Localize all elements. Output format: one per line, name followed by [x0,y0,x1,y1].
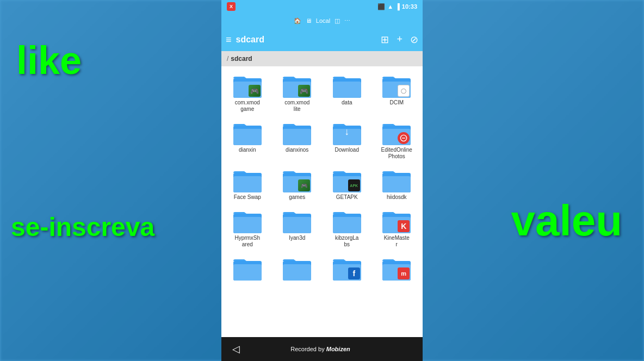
nav-icon1: ◫ [335,17,340,24]
recorded-label: Recorded by Mobizen [290,346,350,352]
svg-rect-37 [382,176,411,192]
file-item[interactable]: HyprmxSh ared [224,206,271,251]
status-bar-left: X [227,2,236,11]
time-display: 10:33 [402,3,417,10]
svg-rect-46 [333,217,361,233]
bottom-bar: ◁ Recorded by Mobizen [221,337,423,361]
nav-icon2: ⋯ [344,17,350,24]
svg-rect-40 [233,217,262,233]
file-label: KineMaste r [384,235,410,248]
file-label: kibzorgLa bs [335,235,358,248]
file-item[interactable] [224,253,271,285]
toolbar: ≡ sdcard ⊞ + ⊘ [221,28,423,51]
file-grid: 🎮com.xmod game 🎮com.xmod lite data ◯DCIM… [221,66,423,337]
file-item[interactable]: 🎮com.xmod lite [274,71,321,116]
file-label: com.xmod lite [284,99,309,113]
back-button[interactable]: ◁ [232,343,240,355]
status-bar: X ⬛ ▲ ▐ 10:33 [221,0,423,13]
svg-rect-52 [233,264,262,281]
file-item[interactable]: EditedOnline Photos [373,118,421,163]
nav-local-label: Local [316,17,330,24]
local-icon: 🖥 [306,17,312,24]
file-item[interactable]: 🎮com.xmod game [224,71,271,116]
menu-icon[interactable]: ≡ [226,34,232,46]
file-label: Download [335,147,359,153]
file-item[interactable]: APKGETAPK [323,165,371,204]
file-item[interactable]: Iyan3d [274,206,321,251]
file-label: Face Swap [234,194,261,201]
file-label: Iyan3d [289,235,305,241]
file-item[interactable]: f [323,253,371,285]
toolbar-actions: ⊞ + ⊘ [381,34,418,46]
file-item[interactable]: dianxinos [274,118,321,163]
file-label: games [289,194,305,201]
file-item[interactable]: data [323,71,371,116]
file-item[interactable]: 🎮games [274,165,321,204]
file-item[interactable]: Face Swap [224,165,271,204]
wifi-icon: ▲ [387,3,393,10]
home-icon: 🏠 [294,17,301,24]
file-item[interactable]: KKineMaste r [373,206,421,251]
file-item[interactable]: ◯DCIM [373,71,421,116]
breadcrumb-sep: / [227,55,228,63]
file-label: dianxin [239,147,256,153]
file-label: DCIM [389,99,404,106]
file-label: GETAPK [336,194,358,201]
background-right [418,0,644,361]
svg-rect-28 [233,176,262,192]
file-item[interactable]: m [373,253,421,285]
file-label: data [342,99,352,106]
toolbar-title: sdcard [236,35,377,45]
app-icon: X [227,2,236,11]
phone-frame: X ⬛ ▲ ▐ 10:33 🏠 🖥 Local ◫ ⋯ ≡ sdcard ⊞ +… [221,0,423,361]
file-item[interactable]: dianxin [224,118,271,163]
file-item[interactable]: ↓Download [323,118,371,163]
svg-rect-55 [283,264,311,281]
cast-icon: ⬛ [377,3,385,10]
battery-icon: ▐ [395,3,400,10]
breadcrumb: / sdcard [221,51,423,66]
svg-rect-8 [333,82,361,98]
grid-icon[interactable]: ⊞ [381,34,389,46]
file-item[interactable]: hiidosdk [373,165,421,204]
svg-rect-14 [233,129,262,145]
file-label: dianxinos [286,147,308,153]
file-label: com.xmod game [235,99,260,113]
svg-rect-43 [283,217,311,233]
overlay-like: like [16,38,82,83]
overlay-se-inscreva: se-inscreva [11,212,154,242]
breadcrumb-current: sdcard [231,55,252,63]
block-icon[interactable]: ⊘ [410,34,418,46]
file-item[interactable] [274,253,321,285]
status-bar-right: ⬛ ▲ ▐ 10:33 [377,3,417,10]
overlay-valeu: valeu [511,196,622,246]
file-label: hiidosdk [387,194,407,201]
file-label: EditedOnline Photos [381,147,412,160]
file-label: HyprmxSh ared [234,235,260,248]
file-item[interactable]: kibzorgLa bs [323,206,371,251]
nav-top: 🏠 🖥 Local ◫ ⋯ [221,13,423,28]
svg-rect-17 [283,129,311,145]
add-icon[interactable]: + [397,34,403,46]
